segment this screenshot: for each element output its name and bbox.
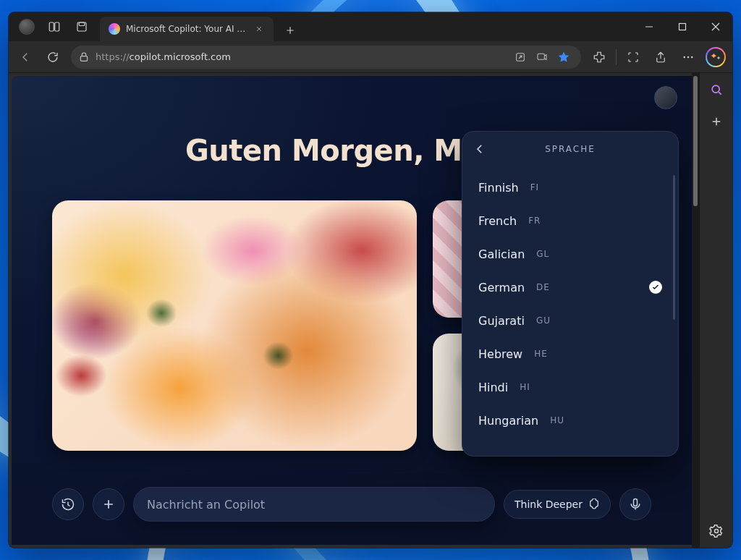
profile-menu-button[interactable]: [14, 14, 39, 39]
language-item[interactable]: GujaratiGU: [468, 304, 672, 337]
language-code: FR: [528, 216, 541, 226]
scrollbar-thumb[interactable]: [693, 76, 698, 206]
language-scroll-indicator: [673, 175, 675, 320]
language-name: Hebrew: [478, 347, 522, 361]
language-back-button[interactable]: [468, 137, 491, 161]
svg-point-9: [687, 56, 690, 58]
language-panel: SPRACHE FinnishFIFrenchFRGalicianGLGerma…: [462, 131, 679, 457]
svg-point-13: [714, 530, 718, 533]
svg-rect-7: [538, 54, 544, 59]
svg-rect-0: [49, 22, 54, 31]
title-bar: Microsoft Copilot: Your AI compa…: [9, 12, 732, 41]
extensions-icon[interactable]: [587, 46, 611, 69]
check-icon: [649, 281, 662, 294]
close-button[interactable]: [699, 12, 732, 41]
svg-rect-1: [55, 22, 59, 31]
think-deeper-label: Think Deeper: [515, 499, 583, 510]
copilot-toolbar-button[interactable]: [703, 46, 728, 69]
sidebar-add-icon[interactable]: [706, 111, 727, 132]
language-name: Galician: [478, 247, 525, 261]
browser-window: Microsoft Copilot: Your AI compa…: [9, 12, 732, 548]
svg-point-10: [691, 56, 693, 58]
screenshot-icon[interactable]: [621, 46, 645, 69]
language-name: French: [478, 214, 517, 228]
brain-icon: [588, 499, 600, 510]
minimize-button[interactable]: [632, 12, 666, 41]
tab-title: Microsoft Copilot: Your AI compa…: [126, 24, 247, 34]
new-tab-button[interactable]: [279, 20, 301, 41]
language-item[interactable]: FinnishFI: [468, 171, 672, 204]
language-code: GU: [536, 315, 551, 326]
message-placeholder: Nachricht an Copilot: [147, 498, 265, 512]
svg-rect-3: [79, 22, 85, 26]
open-external-icon[interactable]: [510, 47, 530, 67]
sidebar-settings-icon[interactable]: [706, 520, 727, 542]
language-item[interactable]: HebrewHE: [468, 337, 672, 370]
language-item[interactable]: HungarianHU: [468, 404, 672, 437]
back-button[interactable]: [13, 46, 38, 69]
refresh-button[interactable]: [41, 46, 65, 69]
edge-sidebar: [699, 73, 732, 548]
language-panel-title: SPRACHE: [545, 144, 596, 154]
tab-close-icon[interactable]: [253, 23, 265, 35]
language-item[interactable]: GermanDE: [468, 271, 672, 304]
message-input[interactable]: Nachricht an Copilot: [133, 487, 495, 522]
composer: Nachricht an Copilot Think Deeper: [52, 485, 651, 523]
history-button[interactable]: [52, 488, 84, 520]
mic-button[interactable]: [619, 488, 651, 520]
user-avatar[interactable]: [654, 86, 677, 109]
tab-copilot[interactable]: Microsoft Copilot: Your AI compa…: [100, 17, 274, 41]
language-item[interactable]: GalicianGL: [468, 237, 672, 271]
language-name: Hungarian: [478, 414, 538, 428]
svg-point-12: [712, 85, 719, 93]
language-item[interactable]: HindiHI: [468, 370, 672, 404]
svg-point-8: [683, 56, 685, 58]
language-name: Hindi: [478, 381, 508, 394]
language-code: HE: [534, 349, 548, 359]
workspaces-icon[interactable]: [42, 14, 67, 39]
site-info-icon[interactable]: [78, 51, 90, 63]
sidebar-search-icon[interactable]: [706, 79, 727, 101]
suggestion-card-food[interactable]: [52, 200, 417, 451]
svg-rect-11: [634, 499, 638, 506]
add-button[interactable]: [93, 488, 124, 520]
think-deeper-chip[interactable]: Think Deeper: [504, 490, 611, 519]
svg-rect-5: [80, 56, 87, 61]
language-name: Finnish: [478, 181, 519, 195]
language-code: FI: [530, 182, 539, 192]
favorite-icon[interactable]: [554, 47, 574, 67]
share-icon[interactable]: [648, 46, 673, 69]
page-scrollbar[interactable]: [692, 73, 699, 548]
toolbar: https://copilot.microsoft.com: [9, 41, 732, 73]
page-content: Guten Morgen, Maya Nachricht an Copilot: [12, 76, 692, 545]
language-code: HI: [520, 382, 530, 392]
language-list[interactable]: FinnishFIFrenchFRGalicianGLGermanDEGujar…: [462, 166, 678, 456]
language-name: German: [478, 281, 525, 294]
url-text: https://copilot.microsoft.com: [96, 51, 504, 62]
tab-actions-icon[interactable]: [69, 14, 94, 39]
language-code: GL: [536, 249, 549, 259]
maximize-button[interactable]: [666, 12, 699, 41]
language-item[interactable]: FrenchFR: [468, 204, 672, 237]
tab-favicon: [109, 23, 120, 35]
media-icon[interactable]: [532, 47, 552, 67]
language-code: DE: [536, 282, 550, 292]
svg-rect-4: [679, 24, 686, 30]
tab-strip: Microsoft Copilot: Your AI compa…: [97, 12, 632, 41]
language-panel-header: SPRACHE: [462, 132, 678, 166]
more-icon[interactable]: [676, 46, 700, 69]
address-bar[interactable]: https://copilot.microsoft.com: [71, 46, 581, 69]
language-name: Gujarati: [478, 314, 525, 328]
window-controls: [632, 12, 732, 41]
language-code: HU: [550, 415, 564, 425]
